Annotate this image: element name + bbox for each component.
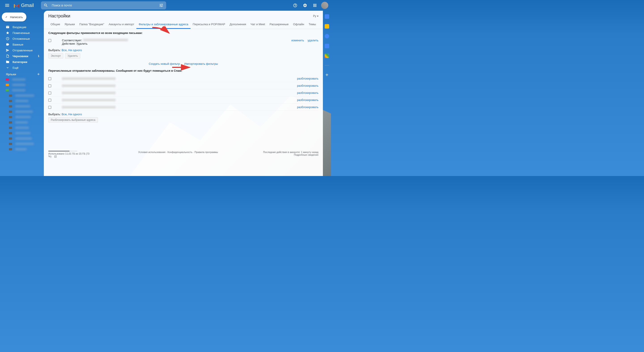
select-label-2: Выбрать: xyxy=(48,113,61,116)
export-button[interactable]: Экспорт xyxy=(48,53,63,58)
select-all-blocked-link[interactable]: Все xyxy=(62,113,67,116)
nav-item-5[interactable]: Черновики1 xyxy=(0,53,42,59)
blocked-checkbox[interactable] xyxy=(48,92,51,94)
edit-filter-link[interactable]: изменить xyxy=(291,39,304,42)
tasks-app-icon[interactable] xyxy=(325,34,329,38)
blocked-checkbox[interactable] xyxy=(48,99,51,102)
label-item[interactable] xyxy=(0,88,44,93)
nav-label: Отправленные xyxy=(12,49,33,52)
tab-3[interactable]: Аккаунты и импорт xyxy=(106,20,136,29)
gmail-logo-icon xyxy=(14,3,20,8)
blocked-row: разблокировать xyxy=(48,96,318,104)
search-bar[interactable] xyxy=(41,1,166,9)
open-external-icon[interactable] xyxy=(54,155,57,158)
tab-10[interactable]: Темы xyxy=(306,20,318,29)
unblock-link[interactable]: разблокировать xyxy=(297,91,318,94)
keep-app-icon[interactable] xyxy=(325,24,329,29)
nav-icon xyxy=(6,60,10,64)
label-icon xyxy=(9,127,12,129)
calendar-app-icon[interactable] xyxy=(325,14,329,19)
nav-item-2[interactable]: Отложенные xyxy=(0,36,42,41)
label-name-redacted xyxy=(15,111,33,113)
tab-7[interactable]: Чат и Meet xyxy=(248,20,267,29)
language-selector[interactable]: Ру ▾ xyxy=(313,14,318,18)
settings-button[interactable] xyxy=(300,1,310,10)
delete-selected-button[interactable]: Удалить xyxy=(65,53,80,58)
label-item-sub[interactable] xyxy=(0,147,44,152)
label-item-sub[interactable] xyxy=(0,136,44,141)
terms-link[interactable]: Условия использования xyxy=(138,151,166,154)
filters-heading: Следующие фильтры применяются ко всем вх… xyxy=(48,31,318,35)
search-options-icon[interactable] xyxy=(159,3,164,7)
blocked-address-redacted xyxy=(62,99,116,101)
main-menu-button[interactable] xyxy=(3,1,12,10)
blocked-checkbox[interactable] xyxy=(48,77,51,80)
nav-item-4[interactable]: Отправленные xyxy=(0,47,42,53)
label-color-icon xyxy=(6,78,9,81)
label-item-sub[interactable] xyxy=(0,130,44,136)
tab-1[interactable]: Ярлыки xyxy=(62,20,77,29)
nav-item-3[interactable]: Важные xyxy=(0,41,42,47)
unblock-selected-button[interactable]: Разблокировать выбранные адреса xyxy=(48,117,98,123)
privacy-link[interactable]: Конфиденциальность xyxy=(168,151,192,154)
select-all-link[interactable]: Все xyxy=(62,48,67,52)
gmail-logo[interactable]: Gmail xyxy=(14,2,34,8)
label-name-redacted xyxy=(12,89,26,91)
label-item-sub[interactable] xyxy=(0,104,44,109)
addon-app-icon[interactable] xyxy=(325,54,329,58)
nav-label: Категории xyxy=(12,60,27,64)
apps-button[interactable] xyxy=(310,1,319,10)
label-item-sub[interactable] xyxy=(0,141,44,147)
blocked-address-redacted xyxy=(62,92,116,94)
label-item-sub[interactable] xyxy=(0,125,44,130)
label-item[interactable] xyxy=(0,77,44,82)
add-addon-icon[interactable] xyxy=(325,73,329,77)
label-item-sub[interactable] xyxy=(0,93,44,98)
select-none-link[interactable]: Ни одного xyxy=(68,48,82,52)
label-name-redacted xyxy=(15,100,28,102)
filter-action-label: Действия: xyxy=(62,42,76,45)
nav-item-0[interactable]: Входящие xyxy=(0,24,42,30)
blocked-checkbox[interactable] xyxy=(48,106,51,109)
blocked-checkbox[interactable] xyxy=(48,84,51,87)
tab-8[interactable]: Расширенные xyxy=(267,20,291,29)
unblock-link[interactable]: разблокировать xyxy=(297,77,318,80)
tab-0[interactable]: Общие xyxy=(48,20,62,29)
tab-6[interactable]: Дополнения xyxy=(228,20,248,29)
label-item-sub[interactable] xyxy=(0,109,44,114)
tab-2[interactable]: Папка "Входящие" xyxy=(77,20,106,29)
add-label-icon[interactable] xyxy=(37,72,40,76)
search-input[interactable] xyxy=(52,3,159,7)
side-panel xyxy=(323,11,331,176)
label-item-sub[interactable] xyxy=(0,98,44,104)
nav-item-7[interactable]: Ещё xyxy=(0,65,42,71)
nav-icon xyxy=(6,43,10,46)
tab-9[interactable]: Офлайн xyxy=(291,20,306,29)
contacts-app-icon[interactable] xyxy=(325,44,329,48)
unblock-link[interactable]: разблокировать xyxy=(297,105,318,109)
activity-details-link[interactable]: Подробные сведения xyxy=(294,154,318,156)
help-button[interactable] xyxy=(291,1,300,10)
select-none-blocked-link[interactable]: Ни одного xyxy=(68,113,82,116)
label-item-sub[interactable] xyxy=(0,114,44,120)
filter-checkbox[interactable] xyxy=(48,39,51,42)
compose-button[interactable]: Написать xyxy=(2,12,26,21)
pencil-icon xyxy=(5,15,8,19)
nav-item-1[interactable]: Помеченные xyxy=(0,30,42,36)
nav-icon xyxy=(6,54,10,58)
nav-item-6[interactable]: Категории xyxy=(0,59,42,65)
tab-5[interactable]: Пересылка и POP/IMAP xyxy=(190,20,228,29)
program-link[interactable]: Правила программы xyxy=(194,151,218,154)
unblock-link[interactable]: разблокировать xyxy=(297,98,318,102)
storage-bar xyxy=(48,151,77,152)
delete-filter-link[interactable]: удалить xyxy=(308,39,318,42)
unblock-link[interactable]: разблокировать xyxy=(297,84,318,87)
label-item-sub[interactable] xyxy=(0,120,44,125)
label-icon xyxy=(9,143,12,145)
label-item[interactable] xyxy=(0,82,44,88)
topbar-right xyxy=(291,1,328,10)
filter-matches-label: Соответствует: xyxy=(62,39,82,42)
filter-row: Соответствует: Действия: Удалить изменит… xyxy=(48,37,318,47)
label-name-redacted xyxy=(15,148,26,150)
account-avatar[interactable] xyxy=(321,2,328,9)
